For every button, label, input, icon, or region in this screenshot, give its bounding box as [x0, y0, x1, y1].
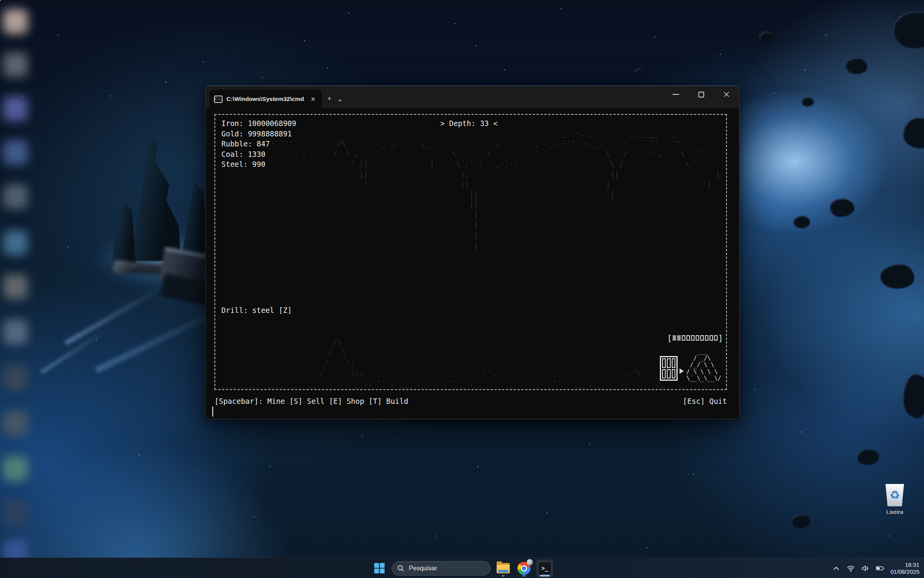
desktop-icon-blurred[interactable]: [3, 140, 28, 165]
search-icon: [397, 565, 404, 572]
hud-rubble: Rubble: 847: [221, 139, 296, 149]
asteroid: [634, 69, 644, 75]
taskbar: Pesquisar >_: [0, 558, 924, 578]
search-input[interactable]: Pesquisar: [392, 561, 491, 576]
windows-logo-icon: [374, 563, 385, 573]
drill-status: Drill: steel [Z]: [221, 305, 292, 316]
desktop: ♻ Lixeira C:\. C:\Windows\System32\cmd.e…: [0, 0, 924, 578]
desktop-icon-blurred[interactable]: [3, 184, 28, 209]
taskbar-file-explorer[interactable]: [495, 560, 512, 577]
terminal-icon: >_: [538, 562, 551, 575]
desktop-icon-blurred[interactable]: [3, 365, 28, 390]
asteroid: [857, 449, 879, 465]
volume-icon[interactable]: [861, 564, 870, 573]
taskbar-clock[interactable]: 18:31 01/08/2025: [891, 561, 919, 575]
desktop-icon-blurred[interactable]: [3, 230, 28, 255]
command-hints: [Spacebar]: Mine [S] Sell [E] Shop [T] B…: [214, 396, 408, 407]
drill-arrow-icon: [680, 368, 684, 374]
desktop-icon-blurred[interactable]: [3, 500, 28, 525]
recycle-bin-icon: ♻: [885, 484, 905, 506]
title-bar[interactable]: C:\. C:\Windows\System32\cmd.e ✕ + ⌄: [206, 86, 739, 108]
terminal-tab[interactable]: C:\. C:\Windows\System32\cmd.e ✕: [209, 90, 322, 108]
tab-close-icon[interactable]: ✕: [308, 95, 318, 104]
text-cursor: [212, 407, 213, 417]
desktop-icon-blurred[interactable]: [3, 411, 28, 435]
asteroid: [793, 216, 810, 228]
clock-date: 01/08/2025: [891, 568, 919, 575]
new-tab-button[interactable]: +: [327, 94, 331, 103]
progress-close-bracket: ]: [718, 334, 723, 343]
recycle-bin[interactable]: ♻ Lixeira: [879, 484, 910, 515]
progress-cells: [672, 335, 718, 342]
asteroid: [845, 58, 867, 74]
chrome-badge-icon: [527, 559, 533, 565]
taskbar-chrome[interactable]: [516, 560, 532, 577]
terminal-content: . _ .-. _ __ ____ _ '' - ''' -. /\ _ ,- …: [206, 108, 739, 419]
taskbar-terminal[interactable]: >_: [536, 560, 553, 577]
clock-time: 18:31: [891, 561, 919, 568]
cmd-icon: C:\.: [214, 96, 223, 103]
recycle-bin-label: Lixeira: [879, 509, 910, 515]
structure-ascii-sprite: ___ / _/\ /_/ \ \ / \ \ \ \ \__\_\__\/: [686, 348, 721, 382]
depth-indicator: > Depth: 33 <: [440, 118, 498, 129]
desktop-icon-blurred[interactable]: [3, 456, 28, 481]
hud-iron: Iron: 10000068909: [221, 118, 296, 129]
chrome-icon: [517, 562, 531, 575]
asteroid: [802, 97, 814, 106]
start-button[interactable]: [371, 560, 388, 577]
terrain-ascii-bottom: /\ / \ / \, / \\, _,', ,'\ ',' ____ ____…: [218, 337, 698, 388]
game-border-box: . _ .-. _ __ ____ _ '' - ''' -. /\ _ ,- …: [214, 114, 727, 390]
wifi-icon[interactable]: [847, 564, 855, 573]
search-placeholder: Pesquisar: [409, 565, 437, 572]
quit-hint: [Esc] Quit: [683, 396, 727, 407]
tray-chevron-up-icon[interactable]: [832, 564, 840, 573]
resource-hud: Iron: 10000068909 Gold: 9998888891 Rubbl…: [221, 118, 296, 170]
progress-open-bracket: [: [667, 334, 672, 343]
maximize-button[interactable]: [688, 86, 714, 103]
starfield-dim: [0, 0, 0, 0]
asteroid: [791, 514, 810, 528]
hud-gold: Gold: 9998888891: [221, 129, 296, 139]
terminal-window: C:\. C:\Windows\System32\cmd.e ✕ + ⌄ .: [205, 86, 740, 419]
building-sprite: [660, 356, 678, 381]
desktop-icon-blurred[interactable]: [3, 96, 28, 121]
desktop-icon-blurred[interactable]: [3, 9, 28, 34]
hud-steel: Steel: 990: [221, 159, 296, 170]
desktop-icon-blurred[interactable]: [3, 320, 28, 344]
desktop-icon-blurred[interactable]: [3, 52, 28, 77]
battery-charging-icon[interactable]: [876, 564, 884, 573]
tab-title: C:\Windows\System32\cmd.e: [226, 96, 305, 102]
close-button[interactable]: [714, 86, 739, 103]
hud-coal: Coal: 1330: [221, 149, 296, 160]
command-bar: [Spacebar]: Mine [S] Sell [E] Shop [T] B…: [214, 396, 727, 407]
asteroid: [880, 264, 914, 289]
drill-progress-bar: [ ]: [667, 334, 723, 343]
file-explorer-icon: [497, 563, 510, 573]
tab-dropdown-icon[interactable]: ⌄: [337, 94, 343, 103]
desktop-icon-blurred[interactable]: [3, 274, 28, 299]
minimize-button[interactable]: [663, 86, 688, 103]
